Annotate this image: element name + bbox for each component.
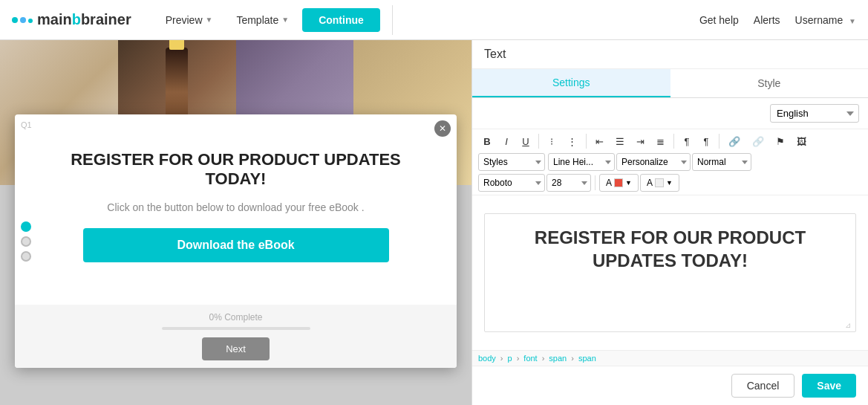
popup-progress-text: 0% Complete xyxy=(30,312,442,323)
username-arrow-icon: ▼ xyxy=(849,17,856,25)
toolbar-separator-5 xyxy=(595,175,595,190)
breadcrumb-sep-1: › xyxy=(500,354,503,363)
breadcrumb-body[interactable]: body xyxy=(478,354,496,363)
save-button[interactable]: Save xyxy=(802,374,856,398)
cancel-button[interactable]: Cancel xyxy=(731,374,795,398)
ordered-list-button[interactable]: ⁝ xyxy=(543,132,561,150)
preview-arrow-icon: ▼ xyxy=(206,16,213,24)
bg-color-button[interactable]: A ▼ xyxy=(640,174,679,192)
align-left-button[interactable]: ⇤ xyxy=(590,132,609,150)
breadcrumb-span-2[interactable]: span xyxy=(578,354,596,363)
line-height-select[interactable]: Line Hei... xyxy=(548,153,615,171)
popup-close-button[interactable]: ✕ xyxy=(434,120,451,137)
toolbar-separator-4 xyxy=(719,134,719,149)
breadcrumb-sep-3: › xyxy=(542,354,545,363)
dots-sidebar xyxy=(21,221,31,262)
editor-toolbar: B I U ⁝ ⋮ ⇤ ☰ ⇥ ≣ ¶ ¶ 🔗 🔗 ⚑ 🖼 xyxy=(472,129,868,195)
logo-dot-2 xyxy=(20,17,26,23)
editor-text: REGISTER FOR OUR PRODUCT UPDATES TODAY! xyxy=(497,226,843,272)
dot-3 xyxy=(21,251,31,262)
breadcrumb-bar: body › p › font › span › span xyxy=(472,350,868,366)
toolbar-separator-1 xyxy=(538,134,539,149)
template-arrow-icon: ▼ xyxy=(281,16,289,24)
breadcrumb-p[interactable]: p xyxy=(508,354,512,363)
panel-footer: Cancel Save xyxy=(472,366,868,405)
logo-dot-3 xyxy=(28,19,33,23)
align-right-button[interactable]: ⇥ xyxy=(631,132,650,150)
toolbar-separator-2 xyxy=(586,134,587,149)
bg-color-swatch xyxy=(655,178,664,187)
right-panel: Text Settings Style English B I U ⁝ ⋮ ⇤ … xyxy=(471,40,868,405)
font-color-button[interactable]: A ▼ xyxy=(599,174,639,192)
nav-center: Preview ▼ Template ▼ Continue xyxy=(155,8,380,32)
logo-dot-1 xyxy=(12,17,18,23)
dot-2 xyxy=(21,236,31,247)
editor-resize-handle[interactable]: ⊿ xyxy=(845,321,854,330)
font-select[interactable]: Roboto xyxy=(478,174,545,192)
indent-right-button[interactable]: ¶ xyxy=(697,132,715,150)
flag-button[interactable]: ⚑ xyxy=(771,132,790,150)
personalize-select[interactable]: Personalize xyxy=(616,153,691,171)
toolbar-row-3: Roboto 28 A ▼ A ▼ xyxy=(478,174,862,192)
logo[interactable]: mainbbrainer xyxy=(12,11,131,28)
popup-progress-bar xyxy=(162,327,310,330)
underline-button[interactable]: U xyxy=(517,132,535,150)
alerts-button[interactable]: Alerts xyxy=(754,14,780,26)
link-button[interactable]: 🔗 xyxy=(723,132,745,150)
toolbar-row-1: B I U ⁝ ⋮ ⇤ ☰ ⇥ ≣ ¶ ¶ 🔗 🔗 ⚑ 🖼 xyxy=(478,132,862,150)
tab-style[interactable]: Style xyxy=(670,69,869,97)
popup-footer: 0% Complete Next xyxy=(15,305,457,368)
breadcrumb-font[interactable]: font xyxy=(523,354,537,363)
bold-button[interactable]: B xyxy=(478,132,496,150)
panel-title: Text xyxy=(484,48,856,61)
popup-modal: ✕ Q1 REGISTER FOR OUR PRODUCT UPDATES TO… xyxy=(15,114,457,368)
align-center-button[interactable]: ☰ xyxy=(610,132,630,150)
editor-content[interactable]: REGISTER FOR OUR PRODUCT UPDATES TODAY! … xyxy=(484,213,856,332)
align-justify-button[interactable]: ≣ xyxy=(651,132,670,150)
toolbar-separator-3 xyxy=(673,134,674,149)
unlink-button[interactable]: 🔗 xyxy=(747,132,769,150)
continue-button[interactable]: Continue xyxy=(302,8,380,32)
image-button[interactable]: 🖼 xyxy=(792,132,812,150)
nav-right: Get help Alerts Username ▼ xyxy=(699,14,856,26)
indent-left-button[interactable]: ¶ xyxy=(678,132,696,150)
styles-select[interactable]: Styles xyxy=(478,153,545,171)
main-area: Clothing Cosmetics Crystals Gifts xyxy=(0,40,868,405)
logo-b: b xyxy=(72,11,81,27)
toolbar-row-2: Styles Line Hei... Personalize Normal xyxy=(478,153,862,171)
font-size-select[interactable]: 28 xyxy=(546,174,591,192)
username-button[interactable]: Username ▼ xyxy=(795,14,856,26)
language-select[interactable]: English xyxy=(770,104,859,123)
dot-1 xyxy=(21,221,31,232)
bg-color-label: A xyxy=(647,178,653,188)
language-row: English xyxy=(472,98,868,129)
panel-tabs: Settings Style xyxy=(472,69,868,98)
format-select[interactable]: Normal xyxy=(692,153,751,171)
italic-button[interactable]: I xyxy=(497,132,515,150)
font-color-arrow-icon: ▼ xyxy=(625,179,632,187)
logo-brainer: brainer xyxy=(81,11,131,27)
get-help-button[interactable]: Get help xyxy=(699,14,739,26)
unordered-list-button[interactable]: ⋮ xyxy=(562,132,582,150)
popup-q-label: Q1 xyxy=(21,120,32,129)
panel-header: Text xyxy=(472,40,868,69)
logo-dots xyxy=(12,17,33,23)
tab-settings[interactable]: Settings xyxy=(472,69,670,97)
breadcrumb-sep-2: › xyxy=(517,354,520,363)
canvas-area: Clothing Cosmetics Crystals Gifts xyxy=(0,40,471,405)
popup-heading: REGISTER FOR OUR PRODUCT UPDATES TODAY! xyxy=(45,150,427,189)
popup-download-button[interactable]: Download the eBook xyxy=(83,228,389,262)
editor-area[interactable]: REGISTER FOR OUR PRODUCT UPDATES TODAY! … xyxy=(472,195,868,350)
popup-next-button[interactable]: Next xyxy=(202,337,270,360)
font-color-label: A xyxy=(606,178,612,188)
canvas-background: Clothing Cosmetics Crystals Gifts xyxy=(0,40,471,405)
template-button[interactable]: Template ▼ xyxy=(226,10,299,30)
bg-color-arrow-icon: ▼ xyxy=(666,179,673,187)
nav-divider xyxy=(392,5,393,35)
popup-subtext: Click on the button below to download yo… xyxy=(107,201,364,213)
breadcrumb-span-1[interactable]: span xyxy=(549,354,567,363)
popup-content: REGISTER FOR OUR PRODUCT UPDATES TODAY! … xyxy=(15,114,457,305)
breadcrumb-sep-4: › xyxy=(571,354,574,363)
font-color-swatch xyxy=(614,178,623,187)
preview-button[interactable]: Preview ▼ xyxy=(155,10,223,30)
